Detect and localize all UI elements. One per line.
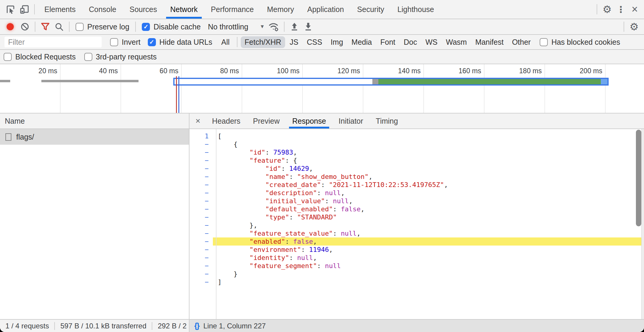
code-text: "identity": null,: [213, 254, 644, 262]
line-gutter-marker: −: [189, 262, 213, 270]
details-tab-initiator[interactable]: Initiator: [332, 113, 369, 128]
line-gutter-marker: −: [189, 148, 213, 156]
details-tab-timing[interactable]: Timing: [369, 113, 404, 128]
line-gutter-marker: −: [189, 140, 213, 148]
preserve-log-checkbox[interactable]: Preserve log: [76, 23, 129, 31]
timeline-gridline: [544, 64, 545, 113]
divider: [35, 22, 35, 32]
line-gutter-marker: 1: [189, 132, 213, 140]
filter-type-js[interactable]: JS: [286, 36, 302, 48]
settings-gear-icon[interactable]: ⚙: [600, 2, 614, 16]
request-row-flags[interactable]: flags/: [0, 129, 189, 145]
code-text: "description": null,: [213, 189, 644, 197]
disable-cache-label: Disable cache: [154, 23, 201, 31]
waterfall-stalled-segment: [372, 79, 378, 84]
waterfall-download-segment: [378, 79, 601, 84]
code-line: − "type": "STANDARD": [189, 213, 644, 221]
timeline-gridline: [302, 64, 303, 113]
tab-memory[interactable]: Memory: [260, 0, 300, 19]
record-network-log-button[interactable]: [7, 23, 14, 30]
details-tab-preview[interactable]: Preview: [247, 113, 286, 128]
blocked-requests-checkbox[interactable]: Blocked Requests: [4, 53, 76, 61]
code-text: "feature": {: [213, 156, 644, 164]
code-text: "type": "STANDARD": [213, 213, 644, 221]
tab-performance[interactable]: Performance: [204, 0, 260, 19]
source-status-bar: {} Line 1, Column 227: [189, 320, 644, 332]
tab-sources[interactable]: Sources: [123, 0, 164, 19]
code-text: {: [213, 140, 644, 148]
code-line: − },: [189, 221, 644, 229]
filter-type-fetchxhr[interactable]: Fetch/XHR: [241, 36, 285, 48]
clear-network-log-icon[interactable]: [18, 20, 32, 34]
filter-funnel-icon[interactable]: [38, 20, 52, 34]
code-text: "created_date": "2021-11-12T10:22:53.419…: [213, 181, 644, 189]
filter-type-other[interactable]: Other: [508, 36, 535, 48]
line-gutter-marker: −: [189, 164, 213, 173]
has-blocked-cookies-checkbox[interactable]: Has blocked cookies: [540, 38, 620, 47]
tab-application[interactable]: Application: [301, 0, 350, 19]
request-doc-icon: [5, 133, 11, 141]
filter-type-manifest[interactable]: Manifest: [471, 36, 507, 48]
filter-type-doc[interactable]: Doc: [400, 36, 421, 48]
details-tabs: HeadersPreviewResponseInitiatorTiming: [206, 113, 404, 128]
divider: [624, 22, 624, 32]
tab-lighthouse[interactable]: Lighthouse: [391, 0, 440, 19]
name-column-header[interactable]: Name: [0, 113, 189, 129]
close-details-icon[interactable]: ×: [189, 116, 206, 126]
filter-type-font[interactable]: Font: [376, 36, 399, 48]
filter-type-ws[interactable]: WS: [422, 36, 441, 48]
filter-type-all[interactable]: All: [217, 36, 234, 48]
search-icon[interactable]: [52, 20, 66, 34]
network-overview-timeline[interactable]: 20 ms40 ms60 ms80 ms100 ms120 ms140 ms16…: [0, 64, 644, 113]
tab-security[interactable]: Security: [350, 0, 391, 19]
export-har-icon[interactable]: [301, 20, 315, 34]
code-text: [: [213, 132, 644, 140]
close-devtools-icon[interactable]: ×: [628, 2, 642, 16]
has-blocked-cookies-checkbox-box: [540, 38, 548, 46]
network-settings-gear-icon[interactable]: ⚙: [627, 20, 641, 34]
line-gutter-marker: −: [189, 237, 213, 246]
code-text: "id": 75983,: [213, 148, 644, 156]
disable-cache-checkbox[interactable]: Disable cache: [142, 23, 201, 31]
invert-checkbox[interactable]: Invert: [110, 38, 141, 47]
filter-type-media[interactable]: Media: [347, 36, 376, 48]
tab-network[interactable]: Network: [164, 0, 204, 19]
code-line: − "name": "show_demo_button",: [189, 173, 644, 181]
response-code-area: 1[− {− "id": 75983,− "feature": {− "id":…: [189, 129, 644, 319]
line-gutter-marker: −: [189, 221, 213, 229]
waterfall-selected-request-bar: [173, 78, 609, 86]
timeline-gridline: [181, 64, 182, 113]
network-conditions-icon[interactable]: [267, 20, 281, 34]
code-line: − "feature": {: [189, 156, 644, 164]
response-json-lines: 1[− {− "id": 75983,− "feature": {− "id":…: [189, 132, 644, 286]
line-gutter-marker: −: [189, 270, 213, 278]
blocked-requests-label: Blocked Requests: [15, 53, 76, 61]
code-line: −]: [189, 278, 644, 286]
inspect-element-icon[interactable]: [4, 2, 17, 16]
code-line: − "environment": 11946,: [189, 246, 644, 254]
pretty-print-icon[interactable]: {}: [189, 321, 203, 330]
import-har-icon[interactable]: [288, 20, 301, 34]
details-tab-response[interactable]: Response: [286, 113, 332, 128]
details-tab-headers[interactable]: Headers: [206, 113, 247, 128]
tab-console[interactable]: Console: [82, 0, 123, 19]
status-summary: 1 / 4 requests597 B / 10.1 kB transferre…: [0, 320, 189, 332]
timeline-gridline: [605, 64, 606, 113]
throttling-dropdown[interactable]: No throttling ▼: [208, 23, 265, 31]
filter-type-wasm[interactable]: Wasm: [442, 36, 471, 48]
scrollbar-thumb[interactable]: [636, 130, 641, 226]
filter-type-css[interactable]: CSS: [303, 36, 326, 48]
code-text: "feature_state_value": null,: [213, 229, 644, 237]
filter-type-img[interactable]: Img: [327, 36, 347, 48]
name-column-header-label: Name: [5, 117, 25, 125]
more-options-icon[interactable]: ⋮: [614, 2, 628, 16]
line-gutter-marker: −: [189, 181, 213, 189]
line-gutter-marker: −: [189, 213, 213, 221]
hide-data-urls-checkbox[interactable]: Hide data URLs: [148, 38, 212, 47]
third-party-requests-checkbox[interactable]: 3rd-party requests: [84, 53, 157, 61]
toggle-device-toolbar-icon[interactable]: [17, 2, 31, 16]
code-text: }: [213, 270, 644, 278]
tab-elements[interactable]: Elements: [38, 0, 82, 19]
filter-input[interactable]: [4, 37, 102, 47]
waterfall-request-bar: [41, 80, 139, 82]
